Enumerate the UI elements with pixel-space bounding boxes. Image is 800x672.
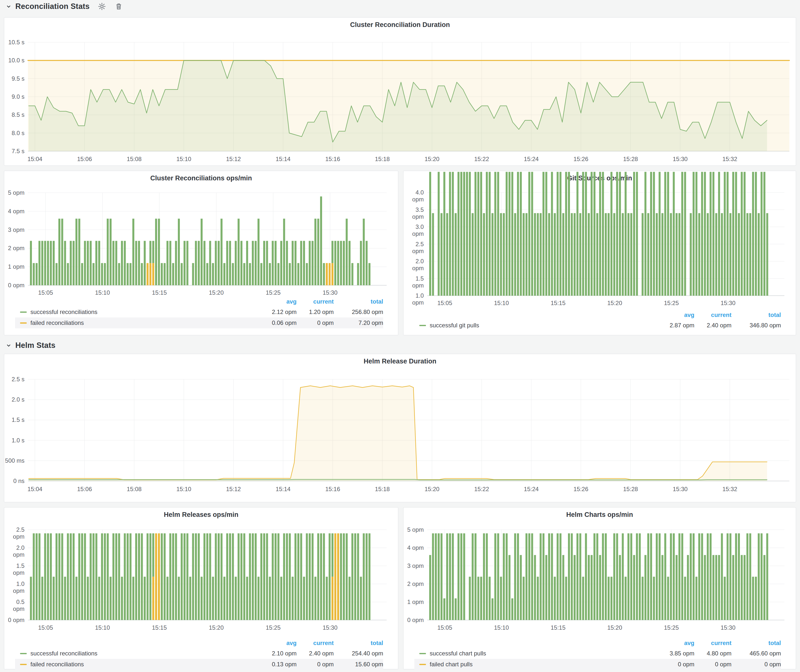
bar-success [75,577,77,620]
bar-success [525,533,527,620]
bar-success [90,533,92,620]
bar-success [115,533,117,620]
bar-success [261,533,262,620]
bar-success [752,172,754,296]
bar-failed [331,577,333,620]
bar-success [189,577,191,620]
bar-success [98,577,100,620]
legend-series-label[interactable]: successful chart pulls [430,650,655,657]
x-axis-label: 15:04 [27,156,42,163]
bar-success [223,577,226,620]
bar-success [170,533,171,620]
bar-success [608,213,610,296]
legend-column-avg[interactable]: avg [655,312,694,318]
legend-header: avgcurrenttotal [15,297,383,307]
bar-success [432,533,434,620]
trash-icon[interactable] [114,2,123,11]
bar-success [647,213,650,296]
bar-success [474,533,477,620]
bar-success [540,213,542,296]
y-axis-label: 7.5 s [4,148,24,155]
legend-row[interactable]: failed chart pulls0 opm0 opm0 opm [414,659,781,670]
bar-success [44,241,46,285]
bar-failed [331,263,333,285]
legend-column-avg[interactable]: avg [257,640,297,646]
panel-helm-releases-ops: Helm Releases ops/min 2.5 opm2.0 opm1.5 … [4,507,398,669]
x-axis-label: 15:12 [226,156,241,163]
bar-success [710,172,712,296]
bar-success [647,533,650,620]
bar-success [240,241,242,285]
y-axis-label: 2.5 opm [4,526,24,540]
legend-row[interactable]: failed reconciliations0.06 opm0 opm7.20 … [15,317,383,328]
legend-row[interactable]: failed reconciliations0.13 opm0 opm15.60… [15,659,383,670]
bar-success [653,577,655,620]
bar-success [286,241,288,285]
bar-success [528,533,530,620]
legend-column-current[interactable]: current [694,640,731,646]
legend-column-current[interactable]: current [297,640,334,646]
gear-icon[interactable] [98,2,106,11]
bar-success [718,172,720,296]
bar-success [741,172,743,296]
bar-success [670,213,672,296]
x-axis-label: 15:22 [474,486,489,493]
legend-series-label[interactable]: successful reconciliations [30,309,257,315]
legend-row[interactable]: successful git pulls2.87 opm2.40 opm346.… [414,320,781,331]
bar-success [704,555,706,620]
bar-success [429,555,431,620]
legend-series-dash [419,664,426,665]
x-axis-label: 15:10 [176,486,191,493]
bar-success [599,172,601,296]
bar-success [363,219,365,285]
bar-success [735,172,737,296]
legend-column-avg[interactable]: avg [655,640,694,646]
bar-success [477,172,479,296]
bar-success [36,533,38,620]
bar-success [503,533,505,620]
bar-success [619,172,621,296]
legend-series-label[interactable]: failed reconciliations [30,319,257,326]
legend-row[interactable]: successful reconciliations2.12 opm1.20 o… [15,307,383,317]
legend-series-label[interactable]: successful git pulls [430,322,655,329]
legend-column-current[interactable]: current [694,312,731,318]
bar-success [47,241,49,285]
bar-success [758,213,760,296]
legend-column-total[interactable]: total [334,298,383,305]
legend-column-total[interactable]: total [731,312,781,318]
bar-success [53,577,55,620]
bar-success [138,241,140,285]
bar-success [597,213,598,296]
bar-success [707,533,709,620]
chevron-down-icon [5,342,12,349]
legend-series-label[interactable]: successful reconciliations [30,650,257,657]
legend-column-current[interactable]: current [297,298,334,305]
bar-success [761,172,763,296]
bar-success [766,533,768,620]
bar-success [201,219,203,285]
legend-value-avg: 2.87 opm [655,322,694,329]
bar-success [38,533,40,620]
section-header-helm-stats[interactable]: Helm Stats [5,341,55,350]
legend-series-label[interactable]: failed reconciliations [30,661,257,668]
legend-value-avg: 0.06 opm [257,319,297,326]
x-axis-label: 15:20 [424,486,439,493]
bar-success [317,219,319,285]
x-axis-label: 15:14 [275,486,290,493]
bar-success [158,219,160,285]
section-header-reconciliation-stats[interactable]: Reconciliation Stats [5,2,123,11]
legend-row[interactable]: successful chart pulls3.85 opm4.80 opm46… [414,648,781,659]
x-axis-label: 15:30 [323,624,338,631]
bar-success [432,213,434,296]
legend-column-total[interactable]: total [731,640,781,646]
bar-success [579,213,581,296]
legend-row[interactable]: successful reconciliations2.10 opm2.40 o… [15,648,383,659]
bar-success [152,533,154,577]
legend-series-label[interactable]: failed chart pulls [430,661,655,668]
bar-success [44,533,46,620]
bar-success [334,241,336,285]
legend-column-avg[interactable]: avg [257,298,297,305]
legend-column-total[interactable]: total [334,640,383,646]
legend-series-dash [20,653,27,654]
bar-success [455,598,457,620]
